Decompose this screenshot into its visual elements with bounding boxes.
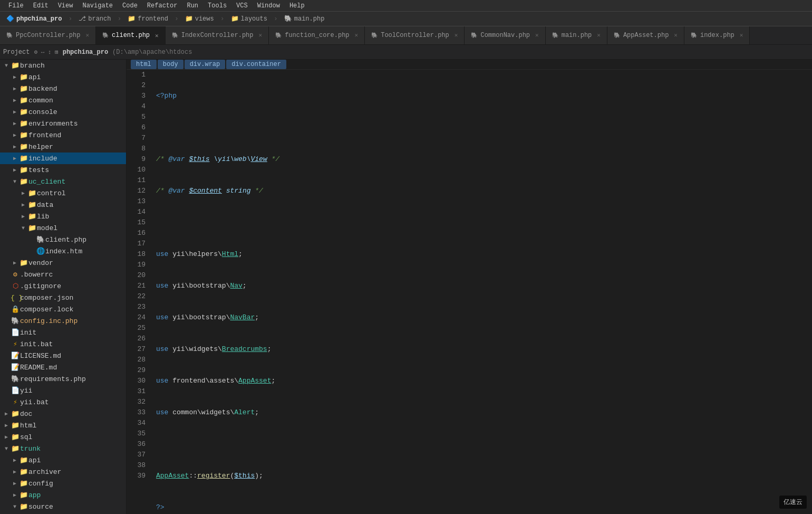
toolbar-mainphp[interactable]: 🐘 main.php xyxy=(281,14,328,24)
sidebar-item-vendor[interactable]: ▶ 📁 vendor xyxy=(0,257,126,269)
tab-mainphp[interactable]: 🐘 main.php ✕ xyxy=(546,26,607,44)
php-icon: 🐘 xyxy=(6,32,13,39)
menu-help[interactable]: Help xyxy=(285,1,309,11)
folder-icon-helper: 📁 xyxy=(19,142,28,151)
sidebar-item-licensemd[interactable]: ▶ 📝 LICENSE.md xyxy=(0,350,126,361)
sidebar-item-sql[interactable]: ▶ 📁 sql xyxy=(0,431,126,443)
sidebar-item-backend[interactable]: ▶ 📁 backend xyxy=(0,83,126,94)
sidebar-item-model[interactable]: ▼ 📁 model xyxy=(0,222,126,234)
tab-appasset[interactable]: 🐘 AppAsset.php ✕ xyxy=(607,26,684,44)
menu-refactor[interactable]: Refactor xyxy=(143,1,182,11)
sidebar-item-lib[interactable]: ▶ 📁 lib xyxy=(0,211,126,222)
folder-icon-lib: 📁 xyxy=(27,212,37,221)
sidebar-item-archiver[interactable]: ▶ 📁 archiver xyxy=(0,466,126,478)
tab-toolcontroller[interactable]: 🐘 ToolController.php ✕ xyxy=(365,26,465,44)
sidebar-item-app[interactable]: ▶ 📁 app xyxy=(0,489,126,501)
sidebar-item-data[interactable]: ▶ 📁 data xyxy=(0,199,126,211)
close-icon-9[interactable]: ✕ xyxy=(740,32,743,39)
toolbar-project[interactable]: 🔷 phpchina_pro xyxy=(3,14,65,24)
close-icon-7[interactable]: ✕ xyxy=(597,32,601,39)
arrow-common: ▶ xyxy=(11,97,19,103)
menu-view[interactable]: View xyxy=(54,1,78,11)
arrow-frontend: ▶ xyxy=(11,132,19,138)
sidebar-item-html[interactable]: ▶ 📁 html xyxy=(0,420,126,431)
tab-commonnav[interactable]: 🐘 CommonNav.php ✕ xyxy=(465,26,545,44)
sidebar-item-configincphp[interactable]: ▶ 🐘 config.inc.php xyxy=(0,315,126,327)
sidebar-item-tests[interactable]: ▶ 📁 tests xyxy=(0,164,126,176)
close-icon-4[interactable]: ✕ xyxy=(355,32,359,39)
menu-bar: File Edit View Navigate Code Refactor Ru… xyxy=(0,0,812,12)
sidebar-item-clientphp[interactable]: ▶ 🐘 client.php xyxy=(0,234,126,245)
menu-window[interactable]: Window xyxy=(253,1,284,11)
close-icon-3[interactable]: ✕ xyxy=(259,32,263,39)
tab-functioncore[interactable]: 🐘 function_core.php ✕ xyxy=(269,26,365,44)
vendor-label: vendor xyxy=(28,259,126,267)
toolbar-layouts[interactable]: 📁 layouts xyxy=(228,14,270,24)
yii-icon: 📄 xyxy=(11,386,20,395)
sidebar-item-frontend[interactable]: ▶ 📁 frontend xyxy=(0,129,126,141)
toolbar-views[interactable]: 📁 views xyxy=(182,14,217,24)
data-label: data xyxy=(37,201,126,209)
menu-file[interactable]: File xyxy=(4,1,28,11)
sidebar-item-control[interactable]: ▶ 📁 control xyxy=(0,187,126,199)
sidebar-item-yiibat[interactable]: ▶ ⚡ yii.bat xyxy=(0,396,126,408)
arrow-lib: ▶ xyxy=(19,213,27,220)
sidebar-item-reqphp[interactable]: ▶ 🐘 requirements.php xyxy=(0,373,126,385)
sidebar-item-include[interactable]: ▶ 📁 include xyxy=(0,153,126,164)
sidebar-item-indexhtm[interactable]: ▶ 🌐 index.htm xyxy=(0,245,126,257)
project-bar: Project ⚙ ↔ ↕ ⊞ phpchina_pro (D:\amp\apa… xyxy=(0,45,812,60)
tab-indexcontroller[interactable]: 🐘 IndexController.php ✕ xyxy=(166,26,269,44)
close-icon-5[interactable]: ✕ xyxy=(455,32,458,39)
breadcrumb-divwrap[interactable]: div.wrap xyxy=(185,60,226,69)
sidebar-item-composerlock[interactable]: ▶ 🔒 composer.lock xyxy=(0,303,126,315)
sidebar-item-yii[interactable]: ▶ 📄 yii xyxy=(0,385,126,396)
toolbar-frontend[interactable]: 📁 frontend xyxy=(124,14,171,24)
toolbar: 🔷 phpchina_pro › ⎇ branch › 📁 frontend ›… xyxy=(0,12,812,26)
ucclient-label: uc_client xyxy=(28,178,126,186)
sidebar-item-doc[interactable]: ▶ 📁 doc xyxy=(0,408,126,420)
menu-navigate[interactable]: Navigate xyxy=(78,1,117,11)
sidebar-item-environments[interactable]: ▶ 📁 environments xyxy=(0,118,126,129)
menu-code[interactable]: Code xyxy=(118,1,142,11)
sidebar-item-api[interactable]: ▶ 📁 api xyxy=(0,71,126,83)
breadcrumb-html[interactable]: html xyxy=(131,60,157,69)
include-label: include xyxy=(28,155,126,163)
tab-ppccontroller[interactable]: 🐘 PpcController.php ✕ xyxy=(0,26,96,44)
close-icon-6[interactable]: ✕ xyxy=(535,32,539,39)
code-content[interactable]: <?php /* @var $this \yii\web\View */ /* … xyxy=(152,70,812,514)
sidebar-item-ucclient[interactable]: ▼ 📁 uc_client xyxy=(0,176,126,187)
sidebar-item-console[interactable]: ▶ 📁 console xyxy=(0,106,126,118)
breadcrumb-divcontainer[interactable]: div.container xyxy=(226,60,286,69)
menu-run[interactable]: Run xyxy=(182,1,202,11)
sidebar-item-trunk[interactable]: ▼ 📁 trunk xyxy=(0,443,126,454)
breadcrumb-body[interactable]: body xyxy=(158,60,183,69)
tab-client[interactable]: 🐘 client.php ✕ xyxy=(96,26,166,44)
sidebar-item-readmemd[interactable]: ▶ 📝 README.md xyxy=(0,361,126,373)
menu-vcs[interactable]: VCS xyxy=(232,1,252,11)
tab-label-2: client.php xyxy=(112,32,150,39)
close-icon-8[interactable]: ✕ xyxy=(674,32,678,39)
editor-area[interactable]: html body div.wrap div.container 12345 6… xyxy=(127,60,812,514)
branch-icon: ⎇ xyxy=(79,15,86,23)
close-icon-2[interactable]: ✕ xyxy=(155,32,159,39)
toolbar-branch[interactable]: ⎇ branch xyxy=(75,14,114,24)
menu-edit[interactable]: Edit xyxy=(29,1,53,11)
tab-indexphp[interactable]: 🐘 index.php ✕ xyxy=(684,26,750,44)
sidebar-item-branch[interactable]: ▼ 📁 branch xyxy=(0,60,126,71)
sidebar-item-gitignore[interactable]: ▶ ⬡ .gitignore xyxy=(0,280,126,292)
sidebar-item-source[interactable]: ▼ 📁 source xyxy=(0,501,126,512)
sidebar-item-trunk-api[interactable]: ▶ 📁 api xyxy=(0,454,126,466)
close-icon[interactable]: ✕ xyxy=(85,32,89,39)
app-label: app xyxy=(28,491,126,499)
sidebar-item-initbat[interactable]: ▶ ⚡ init.bat xyxy=(0,338,126,350)
sidebar-item-helper[interactable]: ▶ 📁 helper xyxy=(0,141,126,153)
sidebar-item-init[interactable]: ▶ 📄 init xyxy=(0,327,126,338)
sidebar-item-trunk-config[interactable]: ▶ 📁 config xyxy=(0,478,126,489)
menu-tools[interactable]: Tools xyxy=(204,1,231,11)
sidebar-item-common[interactable]: ▶ 📁 common xyxy=(0,94,126,106)
trunk-label: trunk xyxy=(20,445,126,453)
toolbar-branch-label: branch xyxy=(88,15,111,23)
backend-label: backend xyxy=(28,85,126,93)
sidebar-item-composerjson[interactable]: ▶ { } composer.json xyxy=(0,292,126,303)
sidebar-item-bowerrc[interactable]: ▶ ⚙ .bowerrc xyxy=(0,269,126,280)
